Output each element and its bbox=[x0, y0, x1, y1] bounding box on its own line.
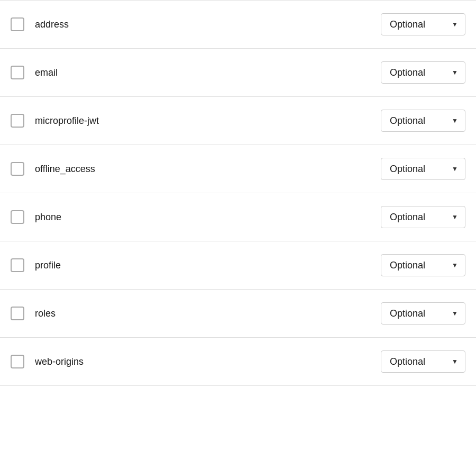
scope-list: addressOptionalDefaultRequiredemailOptio… bbox=[0, 0, 476, 386]
scope-name-offline_access: offline_access bbox=[35, 164, 95, 175]
scope-left: phone bbox=[11, 210, 61, 224]
scope-name-profile: profile bbox=[35, 260, 61, 271]
scope-name-microprofile-jwt: microprofile-jwt bbox=[35, 115, 99, 127]
scope-left: roles bbox=[11, 307, 56, 320]
scope-row: rolesOptionalDefaultRequired bbox=[0, 290, 476, 338]
scope-checkbox-microprofile-jwt[interactable] bbox=[11, 114, 24, 128]
scope-left: offline_access bbox=[11, 162, 95, 176]
scope-name-roles: roles bbox=[35, 308, 56, 319]
scope-select-microprofile-jwt[interactable]: OptionalDefaultRequired bbox=[381, 110, 465, 132]
scope-row: phoneOptionalDefaultRequired bbox=[0, 193, 476, 241]
scope-select-wrapper-profile: OptionalDefaultRequired bbox=[381, 254, 465, 276]
scope-name-address: address bbox=[35, 19, 69, 30]
scope-select-wrapper-offline_access: OptionalDefaultRequired bbox=[381, 158, 465, 180]
scope-select-wrapper-web-origins: OptionalDefaultRequired bbox=[381, 350, 465, 373]
scope-row: microprofile-jwtOptionalDefaultRequired bbox=[0, 97, 476, 145]
scope-select-email[interactable]: OptionalDefaultRequired bbox=[381, 61, 465, 84]
scope-select-phone[interactable]: OptionalDefaultRequired bbox=[381, 206, 465, 228]
scope-name-phone: phone bbox=[35, 212, 61, 223]
scope-select-profile[interactable]: OptionalDefaultRequired bbox=[381, 254, 465, 276]
scope-left: web-origins bbox=[11, 355, 84, 368]
scope-checkbox-address[interactable] bbox=[11, 17, 24, 31]
scope-select-wrapper-phone: OptionalDefaultRequired bbox=[381, 206, 465, 228]
scope-select-roles[interactable]: OptionalDefaultRequired bbox=[381, 302, 465, 325]
scope-checkbox-email[interactable] bbox=[11, 66, 24, 79]
scope-checkbox-offline_access[interactable] bbox=[11, 162, 24, 176]
scope-checkbox-web-origins[interactable] bbox=[11, 355, 24, 368]
scope-name-web-origins: web-origins bbox=[35, 356, 84, 367]
scope-select-address[interactable]: OptionalDefaultRequired bbox=[381, 13, 465, 35]
scope-select-wrapper-email: OptionalDefaultRequired bbox=[381, 61, 465, 84]
scope-checkbox-profile[interactable] bbox=[11, 258, 24, 272]
scope-select-wrapper-address: OptionalDefaultRequired bbox=[381, 13, 465, 35]
scope-select-web-origins[interactable]: OptionalDefaultRequired bbox=[381, 350, 465, 373]
scope-checkbox-phone[interactable] bbox=[11, 210, 24, 224]
scope-left: address bbox=[11, 17, 69, 31]
scope-left: microprofile-jwt bbox=[11, 114, 99, 128]
scope-row: web-originsOptionalDefaultRequired bbox=[0, 338, 476, 386]
scope-row: offline_accessOptionalDefaultRequired bbox=[0, 145, 476, 193]
scope-row: addressOptionalDefaultRequired bbox=[0, 0, 476, 49]
scope-select-wrapper-roles: OptionalDefaultRequired bbox=[381, 302, 465, 325]
scope-select-offline_access[interactable]: OptionalDefaultRequired bbox=[381, 158, 465, 180]
scope-row: emailOptionalDefaultRequired bbox=[0, 49, 476, 97]
scope-checkbox-roles[interactable] bbox=[11, 307, 24, 320]
scope-name-email: email bbox=[35, 67, 58, 78]
scope-select-wrapper-microprofile-jwt: OptionalDefaultRequired bbox=[381, 110, 465, 132]
scope-left: email bbox=[11, 66, 58, 79]
scope-left: profile bbox=[11, 258, 61, 272]
scope-row: profileOptionalDefaultRequired bbox=[0, 241, 476, 290]
